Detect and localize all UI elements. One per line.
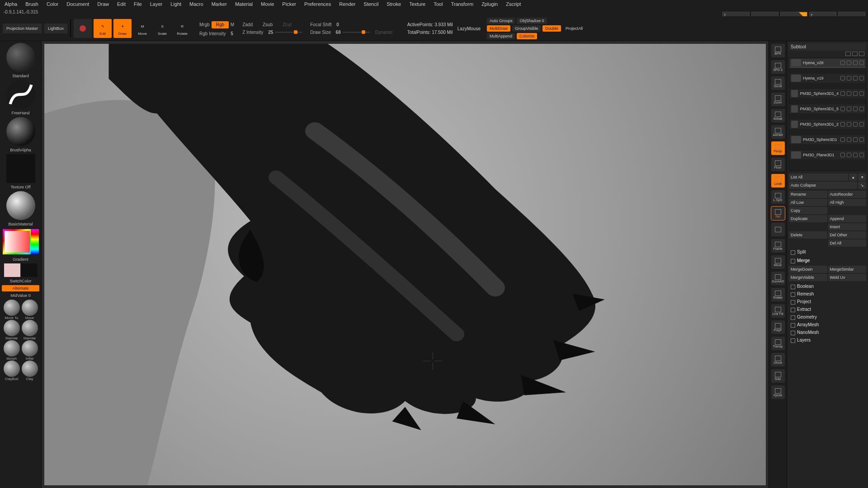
l.sym-icon[interactable]: L.Sym (771, 190, 785, 204)
edit-button[interactable]: ✎Edit (94, 19, 112, 38)
merge-section[interactable]: Merge (789, 256, 866, 264)
colorize-toggle[interactable]: Colorize (517, 33, 537, 39)
section-arraymesh[interactable]: ArrayMesh (789, 320, 866, 328)
del-other-button[interactable]: Del Other (828, 231, 867, 239)
collapse-arrow-button[interactable]: ↘ (858, 182, 866, 189)
projection-master-button[interactable]: Projection Master (3, 23, 42, 33)
xpose-icon[interactable]: Xpose (771, 385, 785, 399)
lightbox-button[interactable]: LightBox (44, 23, 67, 33)
subtool-header[interactable]: Subtool (789, 43, 866, 51)
alternate-toggle[interactable]: Alternate (2, 285, 39, 291)
copy-button[interactable]: Copy (789, 207, 827, 214)
spix-3-icon[interactable]: SPix 3 (771, 60, 785, 74)
menu-draw[interactable]: Draw (97, 1, 109, 8)
stroke-swatch[interactable] (6, 80, 35, 109)
gradient-label[interactable]: Gradient (2, 257, 39, 262)
rgb-toggle[interactable]: Rgb (212, 21, 229, 28)
menu-layer[interactable]: Layer (150, 1, 163, 8)
brush-swatch[interactable] (6, 43, 35, 72)
menu-movie[interactable]: Movie (261, 1, 274, 8)
menu-light[interactable]: Light (170, 1, 181, 8)
bpr-icon[interactable]: BPR (771, 44, 785, 57)
local-icon[interactable]: Local (771, 174, 785, 188)
lazymouse-toggle[interactable]: LazyMouse (458, 26, 481, 31)
menu-material[interactable]: Material (235, 1, 253, 8)
menu-zplugin[interactable]: Zplugin (481, 1, 498, 8)
menu-stroke[interactable]: Stroke (387, 1, 401, 8)
brush-clay[interactable]: Clay (22, 361, 38, 381)
menu-texture[interactable]: Texture (409, 1, 425, 8)
menu-tool[interactable]: Tool (434, 1, 443, 8)
menu-transform[interactable]: Transform (451, 1, 473, 8)
section-nanomesh[interactable]: NanoMesh (789, 328, 866, 336)
section-extract[interactable]: Extract (789, 305, 866, 313)
menu-brush[interactable]: Brush (25, 1, 38, 8)
section-project[interactable]: Project (789, 297, 866, 305)
objshadow-toggle[interactable]: ObjShadow 0 (517, 18, 547, 24)
subtool-row[interactable]: PM3D_Plane3D1 (789, 150, 866, 160)
subtool-row[interactable]: PM3D_Sphere3D1_5 (789, 104, 866, 113)
subtool-row[interactable]: PM3D_Sphere3D1 (789, 135, 866, 144)
menu-edit[interactable]: Edit (117, 1, 126, 8)
texture-swatch[interactable] (6, 154, 35, 183)
menu-document[interactable]: Document (66, 1, 89, 8)
brush-move to[interactable]: Move To (4, 300, 20, 320)
dynamic-toggle[interactable]: Dynamic (375, 30, 393, 35)
rgb-intensity-value[interactable]: 5 (231, 31, 233, 36)
multiappend-toggle[interactable]: MultiAppend (487, 33, 515, 39)
all-low-button[interactable]: All Low (789, 199, 827, 206)
midvalue-label[interactable]: MidValue 0 (2, 293, 39, 298)
projectall-button[interactable]: ProjectAll (563, 25, 585, 32)
menu-stencil[interactable]: Stencil (363, 1, 378, 8)
draw-button[interactable]: ✦Draw (113, 19, 132, 38)
record-icon[interactable] (74, 19, 92, 38)
list-down-button[interactable]: ▾ (858, 174, 866, 181)
subtool-row[interactable]: Hyena_v28 (789, 58, 866, 67)
viewport[interactable] (42, 41, 769, 488)
draw-size-value[interactable]: 68 (336, 30, 341, 35)
color-picker[interactable] (3, 229, 39, 254)
move-button[interactable]: MMove (133, 19, 151, 38)
xyz-icon[interactable]: Xyz (771, 206, 785, 220)
split-section[interactable]: Split (789, 248, 866, 255)
delete-button[interactable]: Delete (789, 231, 827, 239)
zoomad-icon[interactable]: ZoomAD (771, 272, 785, 285)
aahalf-icon[interactable]: AAHalf (771, 125, 785, 139)
append-button[interactable]: Append (828, 215, 867, 222)
rename-button[interactable]: Rename (789, 191, 827, 198)
menu-macro[interactable]: Macro (189, 1, 203, 8)
all-high-button[interactable]: All High (828, 199, 867, 206)
mrgb-toggle[interactable]: Mrgb (199, 22, 210, 27)
move-icon[interactable]: Move (771, 255, 785, 269)
menu-render[interactable]: Render (339, 1, 355, 8)
color-swatches[interactable] (2, 263, 39, 277)
list-up-button[interactable]: ▴ (849, 174, 857, 181)
rotate-button[interactable]: RRotate (173, 19, 191, 38)
section-geometry[interactable]: Geometry (789, 313, 866, 320)
list-all-button[interactable]: List All (789, 174, 848, 181)
m-toggle[interactable]: M (231, 22, 234, 27)
section-boolean[interactable]: Boolean (789, 282, 866, 290)
menu-color[interactable]: Color (47, 1, 58, 8)
zadd-toggle[interactable]: Zadd (242, 22, 253, 27)
autogroups-toggle[interactable]: Auto Groups (487, 18, 515, 24)
insert-button[interactable]: Insert (828, 223, 867, 230)
section-remesh[interactable]: Remesh (789, 290, 866, 297)
menu-file[interactable]: File (134, 1, 142, 8)
multidraw-toggle[interactable]: MultiDraw (487, 25, 510, 32)
zoom-icon[interactable]: Zoom (771, 93, 785, 106)
menu-picker[interactable]: Picker (282, 1, 296, 8)
ghost-icon[interactable]: Ghost (771, 353, 785, 366)
menu-marker[interactable]: Marker (212, 1, 227, 8)
brush-standar[interactable]: Standar (4, 320, 20, 340)
mergesimilar-button[interactable]: MergeSimilar (828, 266, 867, 273)
z-intensity-slider[interactable] (275, 32, 302, 33)
subtool-row[interactable]: PM3D_Sphere3D1_2 (789, 120, 866, 129)
double-toggle[interactable]: Double (542, 25, 561, 32)
draw-size-slider[interactable] (343, 32, 370, 33)
subtool-row[interactable]: PM3D_Sphere3D1_4 (789, 89, 866, 98)
alpha-swatch[interactable] (6, 117, 35, 146)
section-layers[interactable]: Layers (789, 336, 866, 343)
duplicate-button[interactable]: Duplicate (789, 215, 827, 222)
line-fill-icon[interactable]: Line Fill (771, 304, 785, 318)
